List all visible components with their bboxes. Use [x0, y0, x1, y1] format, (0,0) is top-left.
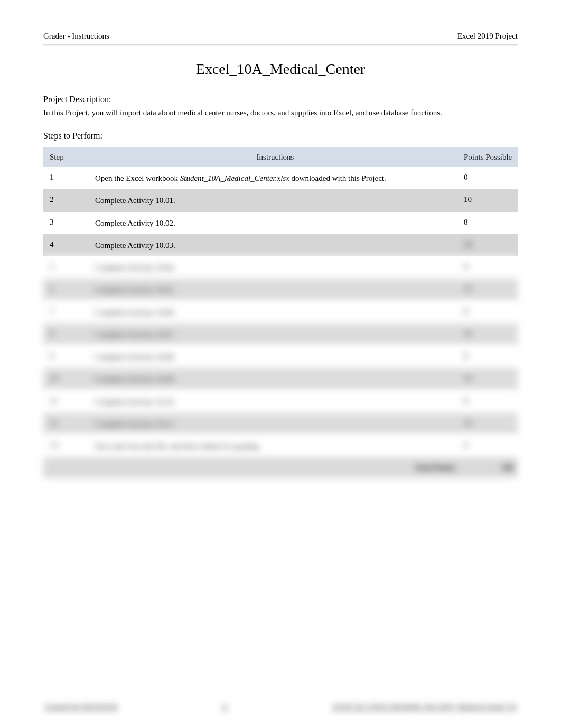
step-points: 0	[460, 167, 518, 189]
col-header-step: Step	[43, 147, 91, 167]
step-number: 11	[43, 391, 91, 413]
step-points: 10	[460, 189, 518, 211]
step-instruction: Complete Activity 10.10.	[91, 391, 460, 413]
project-description-text: In this Project, you will import data ab…	[43, 108, 518, 117]
step-number: 5	[43, 256, 91, 279]
project-description-label: Project Description:	[43, 95, 518, 104]
table-total-row: Total Points 100	[43, 457, 518, 478]
step-points: 10	[460, 234, 518, 256]
step-points: 10	[460, 368, 518, 390]
table-row: 9 Complete Activity 10.08. 8	[43, 346, 518, 368]
step-points: 10	[460, 324, 518, 346]
step-points: 10	[460, 413, 518, 435]
step-number: 10	[43, 368, 91, 390]
table-row: 1 Open the Excel workbook Student_10A_Me…	[43, 167, 518, 189]
step-instruction: Complete Activity 10.08.	[91, 346, 460, 368]
step-instruction: Complete Activity 10.07.	[91, 324, 460, 346]
step-number: 6	[43, 279, 91, 301]
table-row: 12 Complete Activity 10.11. 10	[43, 413, 518, 435]
table-row: 3 Complete Activity 10.02. 8	[43, 212, 518, 234]
table-row: 6 Complete Activity 10.05. 10	[43, 279, 518, 301]
table-row: 7 Complete Activity 10.06. 8	[43, 301, 518, 324]
step-points: 8	[460, 301, 518, 324]
table-row: 2 Complete Activity 10.01. 10	[43, 189, 518, 211]
step-points: 8	[460, 212, 518, 234]
col-header-instructions: Instructions	[91, 147, 460, 167]
footer-center: 1	[221, 703, 229, 713]
step-instruction: Save and close the file, and then submit…	[91, 435, 460, 457]
step-number: 4	[43, 234, 91, 256]
step-points: 8	[460, 391, 518, 413]
table-header-row: Step Instructions Points Possible	[43, 147, 518, 167]
step-instruction: Complete Activity 10.03.	[91, 234, 460, 256]
table-row: 11 Complete Activity 10.10. 8	[43, 391, 518, 413]
table-row: 8 Complete Activity 10.07. 10	[43, 324, 518, 346]
step-number: 7	[43, 301, 91, 324]
table-row: 13 Save and close the file, and then sub…	[43, 435, 518, 457]
steps-table: Step Instructions Points Possible 1 Open…	[43, 147, 518, 478]
step-points: 8	[460, 256, 518, 279]
step-instruction: Complete Activity 10.11.	[91, 413, 460, 435]
instr-filename: Student_10A_Medical_Center.xlsx	[180, 174, 289, 182]
steps-label: Steps to Perform:	[43, 131, 518, 141]
step-number: 2	[43, 189, 91, 211]
instr-text-post: downloaded with this Project.	[289, 174, 386, 182]
total-label: Total Points	[91, 457, 460, 478]
footer-left: Created On: 09/19/2019	[43, 703, 119, 713]
step-instruction: Complete Activity 10.02.	[91, 212, 460, 234]
header-left: Grader - Instructions	[43, 32, 109, 41]
col-header-points: Points Possible	[460, 147, 518, 167]
table-row: 4 Complete Activity 10.03. 10	[43, 234, 518, 256]
step-instruction: Complete Activity 10.06.	[91, 301, 460, 324]
step-number: 9	[43, 346, 91, 368]
step-points: 10	[460, 279, 518, 301]
step-number: 12	[43, 413, 91, 435]
table-row: 5 Complete Activity 10.04. 8	[43, 256, 518, 279]
step-points: 8	[460, 346, 518, 368]
step-instruction: Complete Activity 10.05.	[91, 279, 460, 301]
step-number: 13	[43, 435, 91, 457]
total-value: 100	[460, 457, 518, 478]
step-number: 3	[43, 212, 91, 234]
step-instruction: Complete Activity 10.09.	[91, 368, 460, 390]
step-number: 8	[43, 324, 91, 346]
header-divider	[43, 44, 518, 46]
step-instruction: Complete Activity 10.01.	[91, 189, 460, 211]
step-instruction: Complete Activity 10.04.	[91, 256, 460, 279]
footer-right: GO19_XL_CH10_GRADER_10A_HW - Medical Cen…	[331, 703, 518, 713]
step-points: 0	[460, 435, 518, 457]
instr-text-pre: Open the Excel workbook	[95, 174, 180, 182]
step-number: 1	[43, 167, 91, 189]
page-footer: Created On: 09/19/2019 1 GO19_XL_CH10_GR…	[43, 703, 518, 713]
table-row: 10 Complete Activity 10.09. 10	[43, 368, 518, 390]
header-right: Excel 2019 Project	[457, 32, 518, 41]
page-header: Grader - Instructions Excel 2019 Project	[43, 32, 518, 44]
step-instruction: Open the Excel workbook Student_10A_Medi…	[91, 167, 460, 189]
page-title: Excel_10A_Medical_Center	[43, 61, 518, 78]
